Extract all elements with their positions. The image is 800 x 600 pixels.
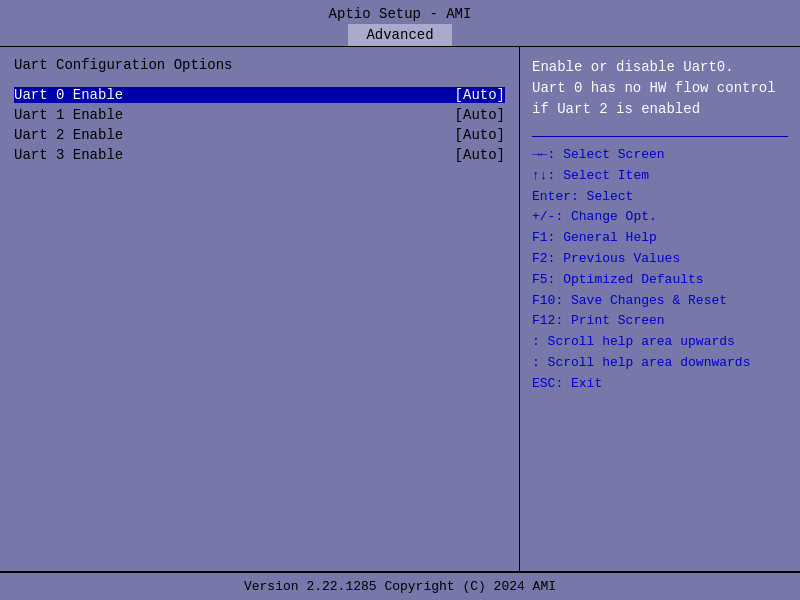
app-container: Aptio Setup - AMI Advanced Uart Configur…	[0, 0, 800, 600]
key-hint: : Scroll help area downwards	[532, 353, 788, 374]
section-title: Uart Configuration Options	[14, 57, 505, 73]
key-hint: F12: Print Screen	[532, 311, 788, 332]
title-text: Aptio Setup - AMI	[329, 6, 472, 22]
key-hint: F1: General Help	[532, 228, 788, 249]
key-hint: F10: Save Changes & Reset	[532, 291, 788, 312]
key-hint: F5: Optimized Defaults	[532, 270, 788, 291]
uart2-value: [Auto]	[455, 127, 505, 143]
help-line: Enable or disable Uart0.	[532, 57, 788, 78]
help-line: Uart 0 has no HW flow control	[532, 78, 788, 99]
uart3-label: Uart 3 Enable	[14, 147, 123, 163]
uart3-value: [Auto]	[455, 147, 505, 163]
uart0-value: [Auto]	[455, 87, 505, 103]
key-hint: F2: Previous Values	[532, 249, 788, 270]
help-text: Enable or disable Uart0.Uart 0 has no HW…	[532, 57, 788, 120]
divider-line	[532, 136, 788, 137]
uart1-value: [Auto]	[455, 107, 505, 123]
key-help: →←: Select Screen↑↓: Select ItemEnter: S…	[532, 145, 788, 395]
key-hint: : Scroll help area upwards	[532, 332, 788, 353]
key-hint: ESC: Exit	[532, 374, 788, 395]
config-item-uart0[interactable]: Uart 0 Enable [Auto]	[14, 87, 505, 103]
tab-bar: Advanced	[0, 24, 800, 46]
left-panel: Uart Configuration Options Uart 0 Enable…	[0, 47, 520, 571]
key-hint: +/-: Change Opt.	[532, 207, 788, 228]
help-line: if Uart 2 is enabled	[532, 99, 788, 120]
title-bar: Aptio Setup - AMI	[0, 0, 800, 22]
right-panel: Enable or disable Uart0.Uart 0 has no HW…	[520, 47, 800, 571]
config-item-uart1[interactable]: Uart 1 Enable [Auto]	[14, 107, 505, 123]
config-item-uart3[interactable]: Uart 3 Enable [Auto]	[14, 147, 505, 163]
key-hint: ↑↓: Select Item	[532, 166, 788, 187]
key-hint: Enter: Select	[532, 187, 788, 208]
main-content: Uart Configuration Options Uart 0 Enable…	[0, 46, 800, 572]
footer: Version 2.22.1285 Copyright (C) 2024 AMI	[0, 572, 800, 600]
uart0-label: Uart 0 Enable	[14, 87, 123, 103]
key-hint: →←: Select Screen	[532, 145, 788, 166]
uart2-label: Uart 2 Enable	[14, 127, 123, 143]
uart1-label: Uart 1 Enable	[14, 107, 123, 123]
tab-advanced[interactable]: Advanced	[348, 24, 451, 46]
config-item-uart2[interactable]: Uart 2 Enable [Auto]	[14, 127, 505, 143]
